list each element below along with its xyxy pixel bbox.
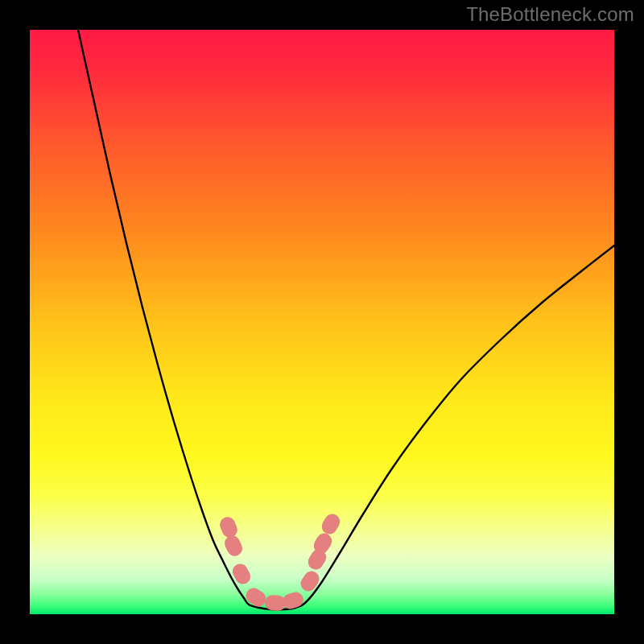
curve-marker	[222, 533, 245, 559]
svg-rect-2	[222, 533, 245, 559]
curve-layer	[30, 30, 614, 614]
svg-rect-10	[319, 511, 343, 537]
svg-rect-6	[281, 590, 305, 611]
curve-marker	[217, 514, 240, 539]
curve-marker	[298, 568, 322, 594]
svg-rect-1	[217, 514, 240, 539]
svg-rect-7	[298, 568, 322, 594]
curve-marker	[243, 585, 269, 609]
marker-group	[217, 511, 343, 611]
curve-marker	[319, 511, 343, 537]
plot-area	[30, 30, 614, 614]
curve-marker	[281, 590, 305, 611]
watermark-text: TheBottleneck.com	[466, 3, 634, 26]
bottleneck-curve	[78, 30, 614, 609]
svg-rect-4	[243, 585, 269, 609]
outer-frame: TheBottleneck.com	[0, 0, 644, 644]
